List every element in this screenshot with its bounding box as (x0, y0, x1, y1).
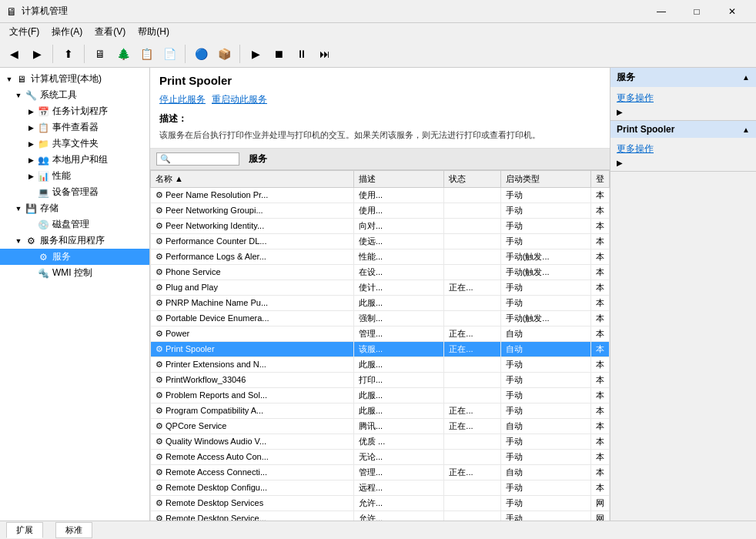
expand-icon[interactable]: ▼ (12, 235, 25, 247)
pause-button[interactable]: ⏸ (291, 43, 313, 65)
sidebar-services[interactable]: ⚙ 服务 (0, 249, 149, 265)
table-row[interactable]: ⚙Quality Windows Audio V...优质 ...手动本 (151, 434, 610, 449)
col-header-status[interactable]: 状态 (444, 170, 500, 187)
service-logon-cell: 本 (591, 341, 610, 357)
menu-help[interactable]: 帮助(H) (132, 24, 176, 40)
expand-icon[interactable]: ▼ (12, 89, 25, 102)
table-row[interactable]: ⚙Problem Reports and Sol...此服...手动本 (151, 387, 610, 403)
table-row[interactable]: ⚙Performance Counter DL...使远...手动本 (151, 233, 610, 249)
col-header-desc[interactable]: 描述 (354, 170, 444, 187)
search-input[interactable] (174, 154, 236, 163)
right-spooler-more-link[interactable]: 更多操作 (617, 141, 750, 157)
table-row[interactable]: ⚙Remote Desktop Services允许...手动网 (151, 495, 610, 511)
sidebar-storage[interactable]: ▼ 💾 存储 (0, 200, 149, 216)
menu-view[interactable]: 查看(V) (89, 24, 132, 40)
table-row[interactable]: ⚙Performance Logs & Aler...性能...手动(触发...… (151, 249, 610, 264)
col-header-name[interactable]: 名称 ▲ (151, 170, 354, 187)
up-button[interactable]: ⬆ (58, 43, 79, 65)
table-row[interactable]: ⚙Phone Service在设...手动(触发...本 (151, 264, 610, 280)
table-row[interactable]: ⚙Remote Desktop Configu...远程...手动本 (151, 480, 610, 495)
expand-icon[interactable]: ▶ (25, 170, 37, 182)
tab-expand[interactable]: 扩展 (6, 522, 43, 538)
service-status-cell (444, 203, 500, 218)
restart-service-link[interactable]: 重启动此服务 (212, 93, 267, 106)
right-services-arrow: ▲ (742, 73, 750, 82)
menu-action[interactable]: 操作(A) (45, 24, 89, 40)
service-status-cell (444, 310, 500, 326)
sidebar-services-apps[interactable]: ▼ ⚙ 服务和应用程序 (0, 233, 149, 249)
forward-button[interactable]: ▶ (26, 43, 48, 65)
sidebar-root[interactable]: ▼ 🖥 计算机管理(本地) (0, 71, 149, 87)
close-button[interactable]: ✕ (714, 0, 750, 23)
table-row[interactable]: ⚙Print Spooler该服...正在...自动本 (151, 341, 610, 357)
menu-file[interactable]: 文件(F) (3, 24, 45, 40)
maximize-button[interactable]: □ (679, 0, 714, 23)
table-row[interactable]: ⚙Peer Networking Identity...向对...手动本 (151, 218, 610, 233)
table-row[interactable]: ⚙PNRP Machine Name Pu...此服...手动本 (151, 295, 610, 310)
gear-icon: ⚙ (156, 360, 163, 369)
expand-icon[interactable]: ▶ (25, 105, 37, 118)
icon1-button[interactable]: 🔵 (190, 43, 212, 65)
back-button[interactable]: ◀ (3, 43, 25, 65)
stop-service-link[interactable]: 停止此服务 (159, 93, 206, 106)
tree-button[interactable]: 🌲 (112, 43, 134, 65)
sidebar-services-label: 服务 (52, 250, 71, 263)
table-row[interactable]: ⚙QPCore Service腾讯...正在...自动本 (151, 418, 610, 434)
table-row[interactable]: ⚙Program Compatibility A...此服...正在...手动本 (151, 403, 610, 418)
table-row[interactable]: ⚙Remote Desktop Service...允许...手动网 (151, 511, 610, 521)
expand-icon[interactable]: ▼ (12, 203, 25, 215)
details-button[interactable]: 📄 (159, 43, 180, 65)
table-row[interactable]: ⚙Peer Networking Groupi...使用...手动本 (151, 203, 610, 218)
table-row[interactable]: ⚙Printer Extensions and N...此服...手动本 (151, 357, 610, 372)
col-header-start[interactable]: 启动类型 (500, 170, 590, 187)
col-header-logon[interactable]: 登 (591, 170, 610, 187)
service-desc-cell: 此服... (354, 295, 444, 310)
sidebar-task-scheduler[interactable]: ▶ 📅 任务计划程序 (0, 103, 149, 119)
service-desc-cell: 远程... (354, 480, 444, 495)
restart-button[interactable]: ⏭ (314, 43, 336, 65)
service-logon-cell: 本 (591, 233, 610, 249)
table-row[interactable]: ⚙Peer Name Resolution Pr...使用...手动本 (151, 187, 610, 203)
service-status-cell (444, 480, 500, 495)
service-status-cell (444, 218, 500, 233)
show-hide-button[interactable]: 🖥 (89, 43, 111, 65)
sidebar-wmi[interactable]: 🔩 WMI 控制 (0, 265, 149, 281)
search-box: 🔍 (156, 152, 239, 166)
service-icon: ⚙ (37, 251, 49, 263)
table-row[interactable]: ⚙Remote Access Connecti...管理...正在...自动本 (151, 464, 610, 480)
service-start-cell: 自动 (500, 341, 590, 357)
service-status-cell (444, 187, 500, 203)
service-status-cell: 正在... (444, 341, 500, 357)
sidebar-disk-management[interactable]: 💿 磁盘管理 (0, 216, 149, 233)
services-table-container[interactable]: 名称 ▲ 描述 状态 启动类型 (150, 170, 610, 521)
minimize-button[interactable]: — (644, 0, 679, 23)
no-expand-spacer (25, 186, 37, 199)
icon2-button[interactable]: 📦 (213, 43, 235, 65)
right-services-more-link[interactable]: 更多操作 (617, 90, 750, 106)
table-row[interactable]: ⚙Remote Access Auto Con...无论...手动本 (151, 449, 610, 464)
table-row[interactable]: ⚙Plug and Play使计...正在...手动本 (151, 280, 610, 295)
right-spooler-title: Print Spooler (617, 124, 674, 135)
sidebar-system-tools[interactable]: ▼ 🔧 系统工具 (0, 87, 149, 103)
expand-icon[interactable]: ▶ (25, 154, 37, 166)
play-button[interactable]: ▶ (245, 43, 266, 65)
gear-icon: ⚙ (156, 206, 163, 215)
sidebar-shared-folders[interactable]: ▶ 📁 共享文件夹 (0, 136, 149, 152)
expand-icon[interactable]: ▶ (25, 122, 37, 134)
expand-icon[interactable]: ▶ (25, 138, 37, 150)
gear-icon: ⚙ (156, 375, 163, 384)
gear-icon: ⚙ (156, 498, 163, 507)
stop-button[interactable]: ⏹ (268, 43, 289, 65)
service-logon-cell: 本 (591, 372, 610, 387)
sidebar-event-viewer[interactable]: ▶ 📋 事件查看器 (0, 119, 149, 136)
tab-standard[interactable]: 标准 (55, 522, 92, 538)
table-row[interactable]: ⚙PrintWorkflow_33046打印...手动本 (151, 372, 610, 387)
service-status-cell (444, 357, 500, 372)
list-button[interactable]: 📋 (135, 43, 157, 65)
sidebar-device-manager[interactable]: 💻 设备管理器 (0, 184, 149, 200)
table-row[interactable]: ⚙Power管理...正在...自动本 (151, 326, 610, 341)
sidebar-performance[interactable]: ▶ 📊 性能 (0, 168, 149, 184)
expand-icon[interactable]: ▼ (3, 73, 15, 85)
table-row[interactable]: ⚙Portable Device Enumera...强制...手动(触发...… (151, 310, 610, 326)
sidebar-local-users[interactable]: ▶ 👥 本地用户和组 (0, 152, 149, 168)
